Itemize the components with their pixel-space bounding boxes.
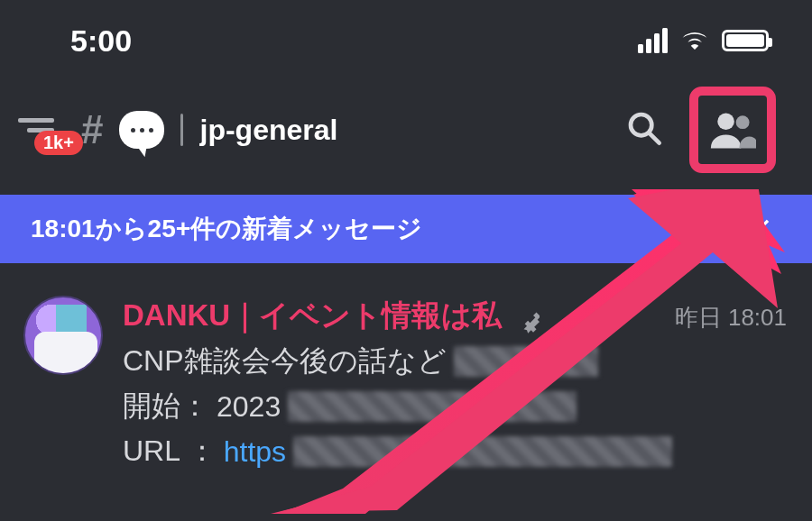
redacted-text xyxy=(288,391,577,422)
channel-header: 1k+ # jp-general xyxy=(0,70,812,195)
field-label: URL ： xyxy=(123,432,217,471)
message-header: DANKU｜イベント情報は私 昨日 18:01 xyxy=(123,296,787,336)
avatar[interactable] xyxy=(23,296,103,375)
svg-line-1 xyxy=(650,133,660,143)
cellular-icon xyxy=(638,28,668,53)
unread-badge: 1k+ xyxy=(34,131,83,155)
battery-icon xyxy=(722,30,769,51)
bot-badge-icon xyxy=(514,309,540,334)
redacted-text xyxy=(454,346,598,377)
channel-name[interactable]: jp-general xyxy=(199,114,610,147)
field-label: 開始： xyxy=(123,387,209,426)
chat-bubble-icon xyxy=(119,111,164,149)
svg-point-3 xyxy=(736,115,750,129)
divider xyxy=(180,114,183,146)
url-link[interactable]: https xyxy=(224,435,286,469)
status-bar: 5:00 xyxy=(0,0,812,70)
message-text: CNP雑談会今後の話など xyxy=(123,342,447,381)
members-button-highlight[interactable] xyxy=(689,87,776,173)
close-icon[interactable]: ✕ xyxy=(747,211,772,247)
search-icon xyxy=(626,110,662,146)
new-messages-banner[interactable]: 18:01から25+件の新着メッセージ ✕ xyxy=(0,195,812,263)
message-timestamp: 昨日 18:01 xyxy=(675,302,787,334)
message-line-1: CNP雑談会今後の話など xyxy=(123,342,787,381)
message-body: DANKU｜イベント情報は私 昨日 18:01 CNP雑談会今後の話など 開始：… xyxy=(123,296,787,471)
redacted-text xyxy=(293,436,672,467)
message-line-2: 開始： 2023 xyxy=(123,387,787,426)
wifi-icon xyxy=(680,28,709,53)
message-author[interactable]: DANKU｜イベント情報は私 xyxy=(123,296,502,336)
message-row: DANKU｜イベント情報は私 昨日 18:01 CNP雑談会今後の話など 開始：… xyxy=(0,263,812,471)
hash-icon: # xyxy=(81,107,103,152)
message-line-3: URL ： https xyxy=(123,432,787,471)
svg-point-2 xyxy=(717,113,734,130)
status-indicators xyxy=(638,28,769,53)
menu-button[interactable]: 1k+ xyxy=(18,118,54,142)
field-value: 2023 xyxy=(217,390,281,424)
members-icon xyxy=(709,108,756,151)
status-time: 5:00 xyxy=(70,23,132,59)
search-button[interactable] xyxy=(626,110,662,150)
new-messages-text: 18:01から25+件の新着メッセージ xyxy=(31,212,422,246)
